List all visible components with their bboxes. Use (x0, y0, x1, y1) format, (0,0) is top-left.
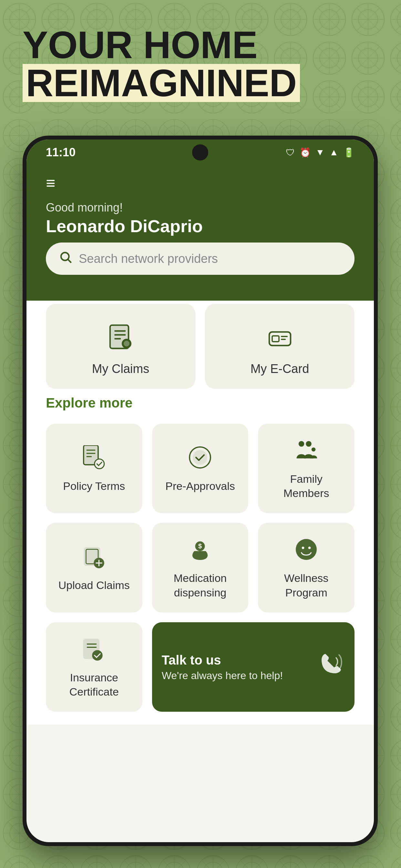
page-header: YOUR HOME REIMAGNINED (23, 26, 300, 102)
camera-notch (192, 144, 208, 160)
svg-rect-17 (272, 336, 279, 342)
upload-claims-button[interactable]: Upload Claims (46, 523, 143, 612)
phone-screen: 11:10 🛡 ⏰ ▼ ▲ 🔋 ≡ Good morning! Leonardo… (27, 140, 374, 842)
app-header: ≡ Good morning! Leonardo DiCaprio (27, 165, 374, 255)
svg-rect-18 (281, 336, 288, 337)
user-name: Leonardo DiCaprio (46, 216, 354, 236)
wifi-icon: ▼ (316, 147, 325, 158)
talk-to-us-title: Talk to us (162, 653, 283, 668)
svg-point-29 (306, 441, 312, 447)
my-ecard-label: My E-Card (251, 362, 309, 376)
svg-point-41 (308, 547, 311, 549)
wellness-button[interactable]: Wellness Program (258, 523, 354, 612)
policy-icon (82, 445, 106, 473)
wellness-icon (294, 537, 318, 565)
talk-to-us-button[interactable]: Talk to us We're always here to help! (152, 622, 354, 712)
menu-button[interactable]: ≡ (46, 175, 354, 191)
policy-terms-button[interactable]: Policy Terms (46, 424, 143, 513)
headline-line1: YOUR HOME (23, 26, 300, 64)
explore-section: Explore more (27, 389, 374, 724)
headline-highlight: REIMAGNINED (23, 64, 300, 102)
svg-point-7 (61, 252, 69, 260)
svg-point-40 (302, 547, 305, 549)
shield-icon: 🛡 (286, 147, 295, 158)
family-members-label: Family Members (268, 472, 345, 500)
svg-point-28 (299, 441, 305, 447)
family-icon (294, 438, 318, 466)
status-bar: 11:10 🛡 ⏰ ▼ ▲ 🔋 (27, 140, 374, 165)
alarm-icon: ⏰ (300, 147, 311, 158)
explore-title: Explore more (46, 395, 354, 411)
medication-button[interactable]: $ Medication dispensing (152, 523, 249, 612)
status-icons: 🛡 ⏰ ▼ ▲ 🔋 (286, 147, 354, 158)
svg-point-39 (296, 539, 317, 560)
svg-point-25 (95, 459, 104, 469)
svg-text:$: $ (198, 542, 202, 550)
my-ecard-button[interactable]: My E-Card (205, 304, 354, 389)
search-icon (59, 250, 72, 267)
svg-rect-19 (281, 339, 286, 340)
claims-icon-wrap (103, 320, 138, 355)
svg-point-30 (312, 447, 316, 452)
svg-point-45 (92, 650, 103, 661)
wellness-label: Wellness Program (268, 571, 345, 599)
headline-line2: REIMAGNINED (23, 64, 300, 102)
phone-call-icon (316, 650, 345, 685)
quick-actions: My Claims My E-Card (27, 304, 374, 389)
svg-line-8 (68, 259, 71, 263)
greeting-text: Good morning! (46, 201, 354, 214)
upload-claims-label: Upload Claims (58, 578, 130, 592)
svg-point-15 (124, 341, 129, 346)
search-container: Search network providers (27, 243, 374, 275)
insurance-cert-label: Insurance Certificate (56, 671, 133, 699)
medication-label: Medication dispensing (162, 571, 239, 599)
talk-to-us-text: Talk to us We're always here to help! (162, 653, 283, 683)
svg-point-27 (193, 450, 207, 465)
ecard-icon-wrap (262, 320, 298, 355)
explore-grid: Policy Terms Pre-Approval (46, 424, 354, 712)
signal-icon: ▲ (329, 147, 338, 158)
pre-approvals-label: Pre-Approvals (165, 479, 235, 493)
my-claims-label: My Claims (92, 362, 149, 376)
cert-icon (82, 637, 106, 664)
approvals-icon (188, 445, 212, 473)
battery-icon: 🔋 (343, 147, 354, 158)
insurance-cert-button[interactable]: Insurance Certificate (46, 622, 143, 712)
family-members-button[interactable]: Family Members (258, 424, 354, 513)
search-bar[interactable]: Search network providers (46, 243, 354, 275)
phone-device: 11:10 🛡 ⏰ ▼ ▲ 🔋 ≡ Good morning! Leonardo… (23, 135, 378, 846)
policy-terms-label: Policy Terms (63, 479, 125, 493)
talk-to-us-subtitle: We're always here to help! (162, 669, 283, 683)
status-time: 11:10 (46, 146, 75, 159)
pre-approvals-button[interactable]: Pre-Approvals (152, 424, 249, 513)
talk-to-us-content: Talk to us We're always here to help! (162, 650, 345, 685)
upload-icon (82, 545, 106, 572)
search-placeholder: Search network providers (79, 252, 218, 266)
medication-icon: $ (188, 537, 212, 565)
my-claims-button[interactable]: My Claims (46, 304, 195, 389)
